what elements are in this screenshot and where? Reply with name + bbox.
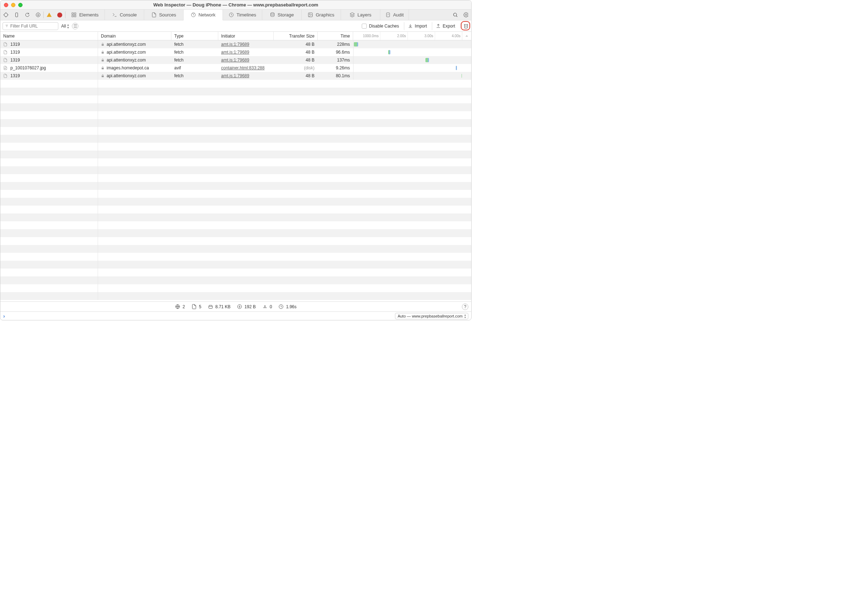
- execution-context-select[interactable]: Auto — www.prepbaseballreport.com ▴▾: [395, 313, 468, 319]
- table-row[interactable]: 1319 api.attentionxyz.com fetch amt.js:1…: [0, 48, 471, 56]
- resource-domain: images.homedepot.ca: [106, 65, 149, 71]
- svg-rect-30: [102, 68, 104, 69]
- timeline-tick: 3.00s: [408, 32, 435, 40]
- table-row[interactable]: 1319 api.attentionxyz.com fetch amt.js:1…: [0, 40, 471, 48]
- tab-timelines[interactable]: Timelines: [223, 10, 262, 20]
- svg-rect-8: [72, 13, 73, 14]
- svg-point-22: [465, 14, 466, 16]
- warning-icon[interactable]: [44, 10, 55, 20]
- tab-storage[interactable]: Storage: [262, 10, 302, 20]
- column-time-header[interactable]: Time: [318, 32, 353, 40]
- tab-label: Storage: [278, 12, 294, 18]
- initiator-link[interactable]: container.html:833:288: [221, 65, 264, 71]
- timeline-bar: [462, 74, 462, 78]
- transfer-size: 48 B: [306, 50, 314, 55]
- resource-type: fetch: [174, 42, 183, 47]
- resource-name: 1319: [10, 57, 20, 63]
- error-icon[interactable]: [55, 10, 65, 20]
- column-transfer-header[interactable]: Transfer Size: [274, 32, 318, 40]
- initiator-link[interactable]: amt.js:1:79689: [221, 73, 249, 78]
- summary-total-size: 8.71 KB: [208, 304, 231, 309]
- help-icon[interactable]: ?: [462, 303, 468, 310]
- summary-bar: 2 5 8.71 KB 192 B 0 1.96s ?: [0, 302, 471, 312]
- load-time: 80.1ms: [336, 73, 350, 78]
- download-icon[interactable]: [32, 10, 43, 20]
- filter-scope-label: All: [61, 24, 66, 29]
- tab-graphics[interactable]: Graphics: [302, 10, 341, 20]
- resource-domain: api.attentionxyz.com: [106, 57, 146, 63]
- export-label: Export: [443, 24, 455, 29]
- chevron-updown-icon: ▴▾: [464, 313, 466, 319]
- table-row[interactable]: p_1001076027.jpg images.homedepot.ca avi…: [0, 64, 471, 72]
- tab-sources[interactable]: Sources: [144, 10, 183, 20]
- import-button[interactable]: Import: [404, 22, 427, 30]
- inspect-crosshair-icon[interactable]: [0, 10, 11, 20]
- timeline-bar: [388, 50, 390, 54]
- table-row[interactable]: 1319 api.attentionxyz.com fetch amt.js:1…: [0, 56, 471, 64]
- disable-caches-checkbox[interactable]: Disable Caches: [362, 24, 399, 29]
- timeline-tick: 1000.0ms: [353, 32, 380, 40]
- initiator-link[interactable]: amt.js:1:79689: [221, 57, 249, 63]
- minimize-window[interactable]: [11, 3, 15, 7]
- tab-console[interactable]: Console: [105, 10, 144, 20]
- url-filter-input[interactable]: [3, 22, 58, 30]
- tab-network[interactable]: Network: [183, 10, 223, 21]
- svg-rect-28: [102, 60, 104, 62]
- tab-label: Network: [199, 12, 216, 18]
- summary-time: 1.96s: [278, 304, 296, 309]
- resource-name: 1319: [10, 50, 20, 55]
- gear-icon[interactable]: [461, 10, 471, 20]
- column-domain-header[interactable]: Domain: [98, 32, 171, 40]
- close-window[interactable]: [4, 3, 8, 7]
- svg-rect-31: [102, 76, 104, 77]
- svg-point-17: [310, 13, 311, 15]
- chevron-updown-icon: ▴▾: [67, 23, 69, 29]
- svg-rect-10: [72, 15, 73, 17]
- resource-type: fetch: [174, 73, 183, 78]
- import-label: Import: [415, 24, 427, 29]
- group-filter-icon[interactable]: [72, 23, 78, 29]
- resource-name: 1319: [10, 42, 20, 47]
- column-name-header[interactable]: Name: [0, 32, 98, 40]
- svg-rect-9: [74, 13, 76, 14]
- tab-label: Layers: [357, 12, 371, 18]
- transfer-size: 48 B: [306, 73, 314, 78]
- timeline-bar: [425, 58, 429, 62]
- tab-label: Sources: [159, 12, 176, 18]
- clear-trash-icon[interactable]: [463, 23, 469, 29]
- timeline-bar: [354, 42, 358, 47]
- resource-domain: api.attentionxyz.com: [106, 42, 146, 47]
- console-prompt-icon[interactable]: ›: [3, 313, 5, 319]
- load-time: 137ms: [337, 57, 350, 63]
- table-header: Name Domain Type Initiator Transfer Size…: [0, 32, 471, 40]
- column-initiator-header[interactable]: Initiator: [218, 32, 274, 40]
- svg-marker-18: [350, 13, 354, 15]
- resource-domain: api.attentionxyz.com: [106, 50, 146, 55]
- column-type-header[interactable]: Type: [171, 32, 218, 40]
- reload-icon[interactable]: [22, 10, 32, 20]
- resource-name: 1319: [10, 73, 20, 78]
- collapse-timeline-icon[interactable]: [462, 32, 471, 40]
- console-status-bar: › Auto — www.prepbaseballreport.com ▴▾: [0, 312, 471, 320]
- transfer-size: 48 B: [306, 42, 314, 47]
- filter-scope-select[interactable]: All ▴▾: [61, 23, 69, 29]
- svg-rect-26: [102, 44, 104, 46]
- maximize-window[interactable]: [18, 3, 22, 7]
- tab-layers[interactable]: Layers: [341, 10, 380, 20]
- tab-audit[interactable]: Audit: [380, 10, 409, 20]
- device-icon[interactable]: [11, 10, 22, 20]
- table-body[interactable]: 1319 api.attentionxyz.com fetch amt.js:1…: [0, 40, 471, 302]
- initiator-link[interactable]: amt.js:1:79689: [221, 42, 249, 47]
- table-row[interactable]: 1319 api.attentionxyz.com fetch amt.js:1…: [0, 72, 471, 80]
- url-filter-field[interactable]: [10, 24, 56, 29]
- initiator-link[interactable]: amt.js:1:79689: [221, 50, 249, 55]
- export-button[interactable]: Export: [432, 22, 455, 30]
- timeline-bar: [456, 66, 457, 70]
- summary-domains: 2: [175, 304, 185, 309]
- search-icon[interactable]: [450, 10, 461, 20]
- svg-rect-11: [74, 15, 76, 17]
- tab-elements[interactable]: Elements: [65, 10, 105, 20]
- timeline-header[interactable]: 1000.0ms 2.00s 3.00s 4.00s: [353, 32, 462, 40]
- resource-type: avif: [174, 65, 181, 71]
- resource-domain: api.attentionxyz.com: [106, 73, 146, 78]
